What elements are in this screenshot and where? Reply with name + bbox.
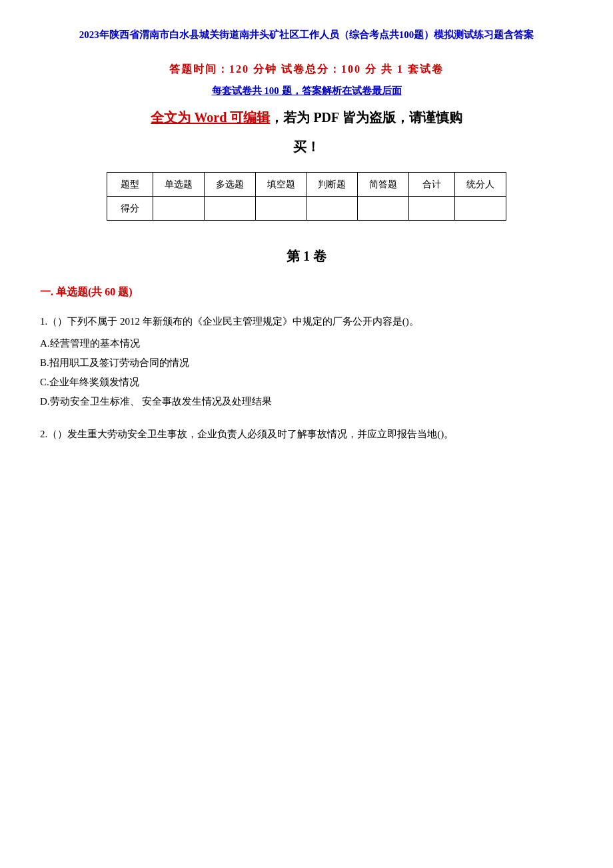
question-1-option-c: C.企业年终奖颁发情况: [40, 373, 573, 391]
cell-short-answer: 简答题: [358, 173, 409, 197]
score-table-header-row: 题型 单选题 多选题 填空题 判断题 简答题 合计 统分人: [107, 173, 506, 197]
cell-score-short: [358, 197, 409, 221]
question-1-option-b: B.招用职工及签订劳动合同的情况: [40, 354, 573, 372]
cell-score-single: [153, 197, 204, 221]
cell-type-label: 题型: [107, 173, 153, 197]
cell-fill-blank: 填空题: [255, 173, 306, 197]
score-table: 题型 单选题 多选题 填空题 判断题 简答题 合计 统分人 得分: [107, 172, 506, 221]
question-1: 1.（）下列不属于 2012 年新颁布的《企业民主管理规定》中规定的厂务公开内容…: [40, 313, 573, 411]
volume-title: 第 1 卷: [40, 247, 573, 265]
cell-score-multi: [204, 197, 255, 221]
cell-total: 合计: [409, 173, 455, 197]
question-2-text: 2.（）发生重大劳动安全卫生事故，企业负责人必须及时了解事故情况，并应立即报告当…: [40, 425, 573, 443]
question-1-text: 1.（）下列不属于 2012 年新颁布的《企业民主管理规定》中规定的厂务公开内容…: [40, 313, 573, 331]
highlight-line: 每套试卷共 100 题，答案解析在试卷最后面: [40, 85, 573, 97]
cell-single-choice: 单选题: [153, 173, 204, 197]
word-edit-line: 全文为 Word 可编辑，若为 PDF 皆为盗版，请谨慎购: [40, 105, 573, 129]
word-line-2: 买！: [40, 135, 573, 159]
cell-scorer: 统分人: [455, 173, 506, 197]
cell-score-fill: [255, 197, 306, 221]
cell-score-label: 得分: [107, 197, 153, 221]
cell-score-scorer: [455, 197, 506, 221]
question-2: 2.（）发生重大劳动安全卫生事故，企业负责人必须及时了解事故情况，并应立即报告当…: [40, 425, 573, 443]
main-title: 2023年陕西省渭南市白水县城关街道南井头矿社区工作人员（综合考点共100题）模…: [40, 27, 573, 43]
word-red-part: 全文为 Word 可编辑: [151, 110, 270, 125]
section-1-title: 一. 单选题(共 60 题): [40, 285, 573, 299]
score-table-data-row: 得分: [107, 197, 506, 221]
cell-multi-choice: 多选题: [204, 173, 255, 197]
question-1-option-a: A.经营管理的基本情况: [40, 335, 573, 353]
info-line: 答题时间：120 分钟 试卷总分：100 分 共 1 套试卷: [40, 63, 573, 77]
cell-judge: 判断题: [306, 173, 358, 197]
cell-score-judge: [306, 197, 358, 221]
cell-score-total: [409, 197, 455, 221]
word-black-part: ，若为 PDF 皆为盗版，请谨慎购: [270, 110, 462, 125]
question-1-option-d: D.劳动安全卫生标准、 安全事故发生情况及处理结果: [40, 393, 573, 411]
